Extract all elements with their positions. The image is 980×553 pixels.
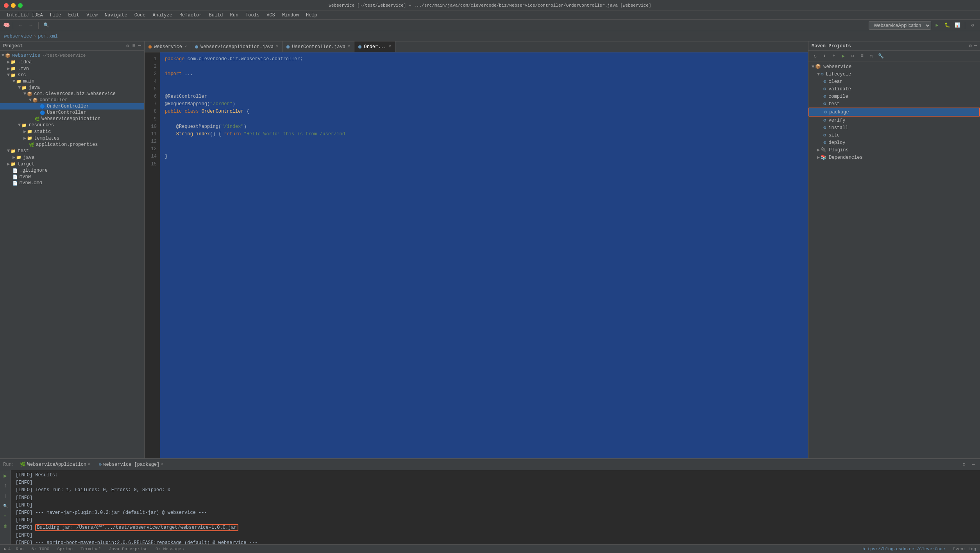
run-tab-close[interactable]: × [161, 462, 163, 467]
run-button[interactable]: ▶ [933, 21, 941, 30]
maven-item-package[interactable]: ⚙ package [808, 108, 980, 117]
debug-button[interactable]: 🐛 [943, 21, 951, 30]
close-button[interactable] [4, 3, 9, 8]
maven-item-plugins[interactable]: ▶ 🔌 Plugins [808, 146, 980, 154]
tree-item-gitignore[interactable]: 📄 .gitignore [0, 167, 144, 174]
tree-item-controller[interactable]: ▼ 📦 controller [0, 97, 144, 103]
menu-item-build[interactable]: Build [206, 12, 226, 19]
code-editor[interactable]: 1 2 3 4 5 6 7 8 9 10 11 12 13 14 15 pack… [145, 52, 808, 458]
breadcrumb-webservice[interactable]: webservice [4, 34, 32, 39]
status-run[interactable]: ▶ 4: Run [4, 546, 23, 551]
run-maven-btn[interactable]: ▶ [840, 52, 847, 59]
maven-item-site[interactable]: ⚙ site [808, 131, 980, 139]
run-minimize-icon[interactable]: — [970, 461, 977, 468]
minimize-button[interactable] [11, 3, 16, 8]
run-settings-icon[interactable]: ⚙ [960, 461, 967, 468]
run-tab-close[interactable]: × [88, 462, 90, 467]
tree-item-src[interactable]: ▼ 📁 src [0, 72, 144, 78]
maven-item-clean[interactable]: ⚙ clean [808, 78, 980, 85]
run-tab-webserviceapp[interactable]: 🌿 WebserviceApplication × [17, 461, 93, 468]
scroll-down-btn[interactable]: ↓ [2, 492, 9, 500]
tree-item-webservice-root[interactable]: ▼ 📦 webservice ~/test/webservice [0, 52, 144, 59]
filter-btn[interactable]: 🔍 [2, 502, 9, 510]
tab-webserviceapp[interactable]: WebserviceApplication.java × [191, 41, 283, 52]
tree-item-ordercontroller[interactable]: 🔵 OrderController [0, 103, 144, 110]
add-maven-btn[interactable]: + [830, 52, 837, 59]
status-spring[interactable]: Spring [57, 547, 73, 551]
status-todo[interactable]: 6: TODO [31, 547, 49, 551]
tab-webservice[interactable]: webservice × [145, 41, 191, 52]
menu-item-code[interactable]: Code [131, 12, 149, 19]
menu-item-vcs[interactable]: VCS [263, 12, 278, 19]
skip-tests-btn[interactable]: ⊘ [849, 52, 856, 59]
tree-item-test[interactable]: ▼ 📁 test [0, 148, 144, 154]
tree-item-mvnw-cmd[interactable]: 📄 mvnw.cmd [0, 180, 144, 186]
tree-item-application-properties[interactable]: 🌿 application.properties [0, 142, 144, 148]
menu-item-file[interactable]: File [47, 12, 64, 19]
settings-icon[interactable]: ⚙ [969, 43, 972, 49]
status-terminal[interactable]: Terminal [80, 547, 101, 551]
toolbar-back[interactable]: ← [16, 21, 25, 30]
status-messages[interactable]: 0: Messages [156, 547, 184, 551]
status-event-log[interactable]: Event Log [953, 547, 976, 551]
toolbar-search[interactable]: 🔍 [42, 21, 50, 30]
tree-item-java[interactable]: ▼ 📁 java [0, 84, 144, 91]
tree-item-mvn[interactable]: ▶ 📁 .mvn [0, 65, 144, 72]
settings-button[interactable]: ⚙ [968, 21, 977, 30]
maximize-button[interactable] [18, 3, 23, 8]
tree-item-static[interactable]: ▶ 📁 static [0, 128, 144, 135]
tab-close-icon[interactable]: × [348, 45, 350, 49]
tree-item-idea[interactable]: ▶ 📁 .idea [0, 59, 144, 65]
tree-item-com-package[interactable]: ▼ 📦 com.clevercode.biz.webservice [0, 91, 144, 97]
menu-item-window[interactable]: Window [279, 12, 302, 19]
run-config-selector[interactable]: WebserviceApplication [869, 21, 931, 30]
menu-item-analyze[interactable]: Analyze [149, 12, 175, 19]
tab-ordercontroller[interactable]: Order... × [354, 41, 395, 52]
tree-item-main[interactable]: ▼ 📁 main [0, 78, 144, 84]
minimize-maven-icon[interactable]: — [974, 43, 977, 49]
breadcrumb-pomxml[interactable]: pom.xml [38, 34, 57, 39]
status-java-enterprise[interactable]: Java Enterprise [109, 547, 148, 551]
maven-item-deploy[interactable]: ⚙ deploy [808, 139, 980, 146]
maven-item-install[interactable]: ⚙ install [808, 124, 980, 131]
maven-item-verify[interactable]: ⚙ verify [808, 117, 980, 124]
maven-item-dependencies[interactable]: ▶ 📚 Dependencies [808, 154, 980, 161]
menu-item-tools[interactable]: Tools [242, 12, 263, 19]
menu-item-view[interactable]: View [83, 12, 101, 19]
tree-item-target[interactable]: ▶ 📁 target [0, 161, 144, 167]
run-tab-package[interactable]: ⚙ webservice [package] × [96, 461, 166, 468]
download-maven-btn[interactable]: ⬇ [821, 52, 828, 59]
menu-item-edit[interactable]: Edit [65, 12, 82, 19]
maven-item-lifecycle[interactable]: ▼ ⚙ Lifecycle [808, 70, 980, 78]
wrap-btn[interactable]: ≡ [2, 512, 9, 520]
clear-btn[interactable]: 🗑 [2, 522, 9, 530]
toolbar-forward[interactable]: → [27, 21, 35, 30]
tree-item-usercontroller[interactable]: 🔵 UserController [0, 110, 144, 116]
run-coverage-button[interactable]: 📊 [953, 21, 962, 30]
menu-item-refactor[interactable]: Refactor [176, 12, 205, 19]
maven-settings-btn[interactable]: 🔧 [877, 52, 884, 59]
tab-usercontroller[interactable]: UserController.java × [283, 41, 354, 52]
tree-item-test-java[interactable]: ▶ 📁 java [0, 154, 144, 161]
tab-close-icon[interactable]: × [389, 45, 391, 49]
run-play-btn[interactable]: ▶ [2, 472, 9, 479]
layout-icon[interactable]: ≡ [132, 43, 135, 49]
minimize-panel-icon[interactable]: — [138, 43, 141, 49]
maven-item-test[interactable]: ⚙ test [808, 100, 980, 108]
maven-item-validate[interactable]: ⚙ validate [808, 85, 980, 93]
tab-close-icon[interactable]: × [276, 45, 278, 49]
toggle-btn[interactable]: ⇅ [868, 52, 875, 59]
menu-item-help[interactable]: Help [303, 12, 320, 19]
menu-item-intellij-idea[interactable]: IntelliJ IDEA [3, 12, 46, 19]
gear-icon[interactable]: ⚙ [126, 43, 129, 49]
lifecycle-btn[interactable]: ≡ [858, 52, 866, 59]
tree-item-webserviceapp[interactable]: 🌿 WebserviceApplication [0, 116, 144, 122]
scroll-up-btn[interactable]: ↑ [2, 482, 9, 490]
menu-item-run[interactable]: Run [227, 12, 242, 19]
tree-item-templates[interactable]: ▶ 📁 templates [0, 135, 144, 142]
status-url[interactable]: https://blog.csdn.net/CleverCode [862, 547, 945, 551]
tree-item-mvnw[interactable]: 📄 mvnw [0, 174, 144, 180]
code-content[interactable]: package com.clevercode.biz.webservice.co… [160, 52, 808, 458]
maven-item-compile[interactable]: ⚙ compile [808, 93, 980, 100]
tree-item-resources[interactable]: ▼ 📁 resources [0, 122, 144, 128]
